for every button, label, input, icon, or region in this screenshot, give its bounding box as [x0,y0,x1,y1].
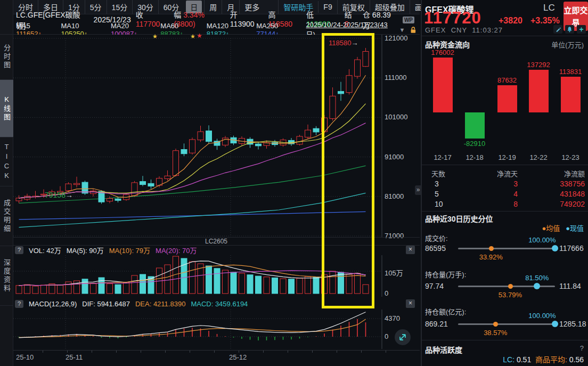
exchange-currency-time: GFEX CNY 11:03:27 [425,26,503,34]
sidebar-tab-分时图[interactable]: 分时图 [0,35,13,80]
table-cell: 10 [431,200,463,208]
flow-date-label: 12-17 [427,153,459,161]
avg-pct-label: 33.92% [470,253,512,261]
wp-badge-icon[interactable]: WP [403,17,414,23]
macd-header: ? MACD(12,26,9) DIF: 5941.6487 DEA: 4211… [15,299,248,308]
avg-dot [493,322,498,327]
chevron-down-icon[interactable]: ▼ [399,27,405,33]
edit-icon[interactable] [553,25,562,34]
lc-label: LC: [503,355,514,364]
axis-tick [361,351,362,353]
table-cell: 3 [486,180,518,188]
cur-legend-label: 现值 [570,224,584,232]
slider-track [458,286,555,287]
current-dot [534,283,540,289]
last-price: 117720 [424,9,481,28]
low-price-annotation: 79158→ [45,191,73,199]
current-dot [552,321,558,327]
right-info-panel: GFEX碳酸锂 LC 立即交易 117720 +3820 +3.35% GFEX… [421,0,588,366]
slider-min-value: 86595 [425,244,446,253]
contract-label: LC2605 [205,238,227,245]
vol-ma5: MA(5): 90万 [67,245,104,255]
macd-title: MACD(12,26,9) [29,300,77,308]
table-header-净流天: 净流天 [486,168,518,178]
flow-bar-12-17 [433,58,453,112]
axis-tick [239,351,239,353]
current-pct-label: 100.00% [521,236,564,244]
close-icon[interactable]: × [406,299,415,308]
axis-tick [190,351,190,353]
quote-time: 11:03:27 [472,26,503,34]
cur-dot-icon: ● [566,224,570,232]
current-pct-label: 100.00% [521,312,564,320]
flow-value-label: 87632 [488,76,526,84]
activity-values: LC: 0.51 商品平均: 0.56 [503,354,584,364]
percentile-title: 品种近30日历史分位 [425,213,493,224]
macd-dif: DIF: 5941.6487 [82,300,130,308]
price-tick-111000: 111000 [385,74,406,82]
toolbar-item-15分[interactable]: 15分 [107,0,133,14]
lc-value: 0.51 [517,355,531,364]
percentile-section: 品种近30日历史分位 ●均值 ●现值 成交价:86595117666100.00… [422,212,588,340]
add-icon[interactable]: + [577,25,586,34]
highlight-box-annotation [322,33,374,308]
table-cell: 8 [486,200,518,208]
vol-ma10: MA(10): 79万 [109,245,150,255]
table-header-净流额: 净流额 [528,168,585,178]
arrow-right-icon: → [66,191,73,199]
time-axis: 25-1025-1125-12 [13,350,420,366]
vol-tick-105万: 105万 [385,267,403,278]
flow-date-label: 12-19 [491,153,523,161]
sidebar-tab-深度资料[interactable]: 深度资料 [0,246,13,306]
price-tick-91000: 91000 [385,153,404,161]
avg-dot [508,284,513,289]
event-star-red-icon[interactable]: ★ [197,32,202,39]
sidebar-tab-K线图[interactable]: K线图 [0,80,13,137]
alert-bell-icon[interactable] [565,25,574,34]
axis-tick [141,351,141,353]
fund-flow-unit: 单位(万元) [551,39,584,50]
sidebar-tab-TICK[interactable]: TICK [0,137,13,186]
help-icon[interactable]: ? [15,246,23,254]
macd-tick-4370: 4370 [385,314,400,322]
price-tick-121000: 121000 [385,34,407,42]
help-icon[interactable]: ? [15,300,23,308]
table-cell: 5 [431,190,463,198]
flow-bar-12-18 [465,112,485,139]
flow-value-label: 113831 [552,68,588,76]
help-icon[interactable]: ? [580,344,584,352]
flow-bar-12-19 [497,85,517,112]
close-icon[interactable]: × [406,246,415,254]
sidebar-tab-成交明细[interactable]: 成交明细 [0,186,13,246]
slider-track [458,248,555,249]
price-change: +3820 [499,16,522,26]
current-dot [552,245,558,251]
event-star-icon[interactable]: ★ [190,33,195,40]
expand-icon[interactable] [394,329,411,346]
avg-pct-label: 38.57% [474,329,517,337]
lock-icon[interactable] [409,26,418,34]
high-price-value: 118580 [329,39,351,47]
time-label-25-11: 25-11 [66,353,83,361]
collapse-panel-icon[interactable]: » [415,185,421,195]
exchange: GFEX [425,26,446,34]
price-tick-101000: 101000 [385,113,407,121]
fund-flow-table: 天数净流天净流额3333875654431848108749202 [422,165,588,212]
activity-title: 品种活跃度 [425,344,462,355]
currency: CNY [451,26,467,34]
current-pct-label: 81.50% [516,274,558,282]
vol-header: ? VOL: 42万 MA(5): 90万 MA(10): 79万 MA(20)… [15,246,197,255]
flow-value-label: 176002 [424,48,461,56]
slider-label: 成交价: [425,233,448,243]
flow-bar-12-23 [561,77,581,112]
axis-tick [67,351,68,353]
vol-tick-0: 0 [385,289,388,297]
axis-tick [312,351,313,353]
event-star-icon[interactable]: ★ [152,33,158,40]
high-price-annotation: 118580→ [329,39,358,47]
vol-value: VOL: 42万 [29,245,61,255]
slider-max-value: 111.84 [559,282,581,290]
instrument-code: LC [543,3,555,13]
table-cell: 749202 [528,200,585,208]
macd-chart[interactable] [13,310,421,349]
